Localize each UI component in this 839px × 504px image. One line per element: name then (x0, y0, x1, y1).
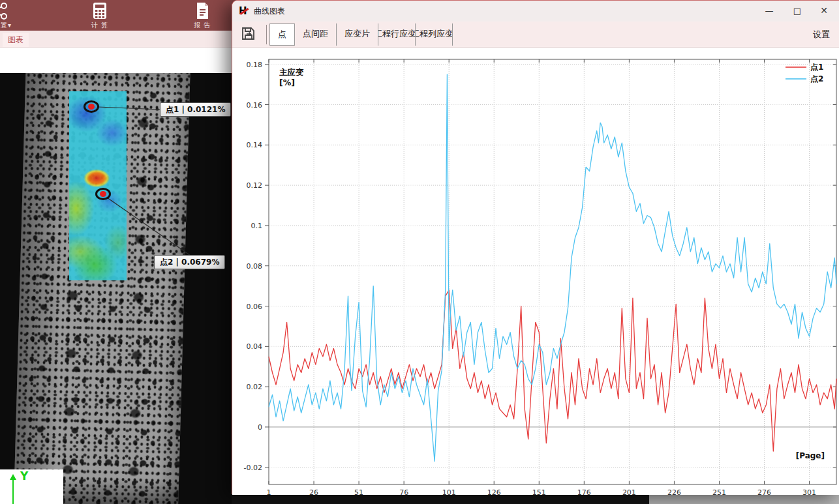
point2-value-label[interactable]: 点2 | 0.0679% (154, 255, 225, 269)
chart-toolbar: 点点间距应变片工程行应变工程列应变 设置 (232, 22, 839, 48)
strain-heatmap-overlay (69, 91, 127, 280)
ribbon-report-button[interactable]: 报 告 (184, 2, 221, 30)
axis-title-line: [%] (279, 78, 295, 87)
chart-tab-label: 工程列应变 (416, 23, 453, 44)
close-button[interactable]: ✕ (813, 1, 835, 21)
chart-settings-button[interactable]: 设置 (813, 29, 830, 40)
chart-tab-label: 工程行应变 (378, 23, 416, 44)
share-nodes-icon (0, 2, 22, 20)
point1-marker[interactable] (84, 100, 99, 113)
maximize-button[interactable]: □ (786, 1, 808, 21)
y-tick-label: 0.14 (247, 141, 263, 149)
chart-tab-bar: 点点间距应变片工程行应变工程列应变 (269, 23, 453, 46)
strain-line-chart[interactable]: 12651761011261511762012262512763010.180.… (232, 48, 839, 495)
y-axis-label: Y (20, 469, 28, 482)
point1-value-label[interactable]: 点1 | 0.0121% (160, 102, 231, 117)
dropdown-arrow-icon: ▾ (8, 22, 12, 29)
curve-chart-window: H 曲线图表 — □ ✕ 点点间距应变片工程行应变工程列应变 设置 126517… (232, 0, 839, 494)
x-tick-label: 276 (757, 488, 771, 495)
toolbar-separator (266, 25, 267, 44)
x-tick-label: 76 (399, 488, 408, 495)
ribbon-settings-button[interactable]: 设置▾ (0, 2, 22, 30)
minimize-button[interactable]: — (758, 1, 780, 21)
chart-tab-label: 点 (278, 29, 286, 39)
chart-tab-1[interactable]: 点间距 (295, 23, 337, 46)
x-tick-label: 1 (267, 488, 271, 495)
x-tick-label: 151 (532, 488, 546, 495)
x-tick-label: 301 (802, 488, 816, 495)
y-tick-label: -0.02 (244, 464, 262, 472)
point2-marker[interactable] (95, 188, 111, 200)
x-tick-label: 176 (577, 488, 591, 495)
y-axis-arrow-icon (12, 476, 14, 504)
ribbon-settings-label: 设置 (0, 22, 8, 29)
window-title: 曲线图表 (254, 6, 285, 17)
chart-tab-label: 点间距 (303, 29, 328, 38)
axis-indicator-panel: Y (0, 469, 63, 504)
screen: 设置▾ 计 算 报 告 图表 (0, 0, 839, 504)
chart-tab-label: 应变片 (344, 29, 370, 38)
chart-panel: 12651761011261511762012262512763010.180.… (232, 48, 839, 495)
export-save-button[interactable] (240, 25, 260, 44)
app-logo-icon: H (239, 5, 249, 16)
viewport-bottom-scroll-strip[interactable] (649, 494, 839, 504)
legend-label: 点1 (810, 63, 823, 72)
y-tick-label: 0.12 (247, 181, 263, 190)
y-tick-label: 0.06 (247, 303, 263, 311)
ribbon-report-label: 报 告 (184, 21, 221, 30)
chart-tab-0[interactable]: 点 (269, 23, 295, 46)
chart-tab-4[interactable]: 工程列应变 (416, 23, 453, 46)
chart-tab-2[interactable]: 应变片 (337, 23, 378, 46)
y-tick-label: 0.18 (247, 61, 263, 69)
x-tick-label: 126 (487, 488, 501, 495)
window-titlebar[interactable]: H 曲线图表 — □ ✕ (232, 1, 839, 22)
y-tick-label: 0 (258, 423, 262, 432)
y-tick-label: 0.16 (247, 101, 263, 110)
ribbon-calculate-button[interactable]: 计 算 (82, 2, 118, 30)
point2-dot (100, 191, 106, 197)
x-tick-label: 226 (667, 488, 681, 495)
y-tick-label: 0.1 (251, 222, 263, 230)
calculator-icon (82, 2, 118, 20)
y-tick-label: 0.02 (247, 383, 263, 391)
x-tick-label: 101 (442, 488, 456, 495)
ribbon-calculate-label: 计 算 (82, 21, 118, 30)
axis-title-line: 主应变 (279, 67, 304, 77)
x-tick-label: 26 (309, 488, 318, 495)
page-corner-label: [Page] (796, 451, 825, 460)
x-tick-label: 201 (622, 488, 636, 495)
x-tick-label: 51 (354, 488, 363, 495)
point1-dot (88, 104, 95, 110)
x-tick-label: 251 (712, 488, 726, 495)
y-tick-label: 0.04 (247, 342, 263, 351)
viewport-bottom-strip (232, 494, 649, 504)
legend-label: 点2 (810, 74, 823, 83)
series-line-2 (269, 74, 836, 461)
chart-tab-3[interactable]: 工程行应变 (378, 23, 416, 46)
y-tick-label: 0.08 (247, 262, 263, 271)
report-document-icon (184, 2, 221, 20)
plot-border (269, 59, 836, 484)
tab-chart-view[interactable]: 图表 (3, 33, 29, 47)
